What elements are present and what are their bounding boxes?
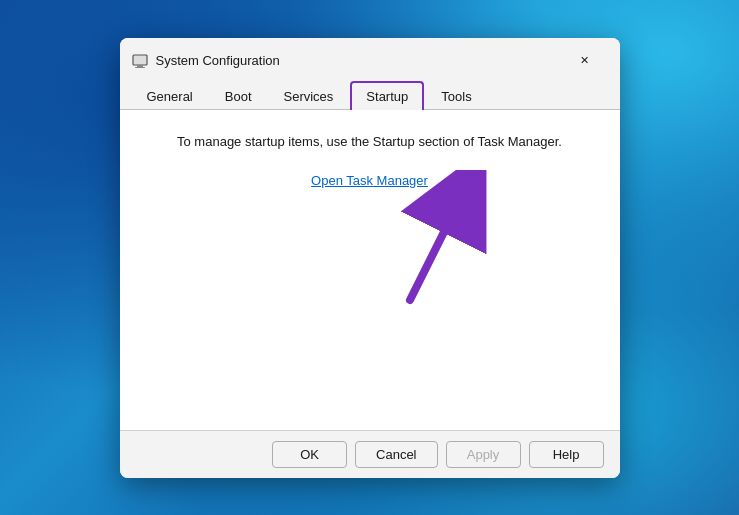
svg-rect-1 <box>137 65 143 67</box>
dialog-footer: OK Cancel Apply Help <box>120 430 620 478</box>
svg-rect-0 <box>133 55 147 65</box>
close-button[interactable]: ✕ <box>562 46 608 76</box>
tab-boot[interactable]: Boot <box>210 82 267 110</box>
window-controls: ✕ <box>562 46 608 76</box>
tab-general[interactable]: General <box>132 82 208 110</box>
ok-button[interactable]: OK <box>272 441 347 468</box>
title-bar: System Configuration ✕ <box>120 38 620 80</box>
svg-rect-2 <box>135 67 145 68</box>
system-configuration-dialog: System Configuration ✕ General Boot Serv… <box>120 38 620 478</box>
tab-startup[interactable]: Startup <box>350 81 424 110</box>
app-icon <box>132 53 148 69</box>
help-button[interactable]: Help <box>529 441 604 468</box>
purple-arrow-icon <box>380 170 500 310</box>
dialog-title: System Configuration <box>156 53 562 68</box>
info-text: To manage startup items, use the Startup… <box>177 134 562 149</box>
content-area: To manage startup items, use the Startup… <box>120 110 620 430</box>
svg-line-3 <box>410 190 465 300</box>
cancel-button[interactable]: Cancel <box>355 441 437 468</box>
tab-services[interactable]: Services <box>269 82 349 110</box>
tab-tools[interactable]: Tools <box>426 82 486 110</box>
apply-button[interactable]: Apply <box>446 441 521 468</box>
tab-bar: General Boot Services Startup Tools <box>120 80 620 110</box>
